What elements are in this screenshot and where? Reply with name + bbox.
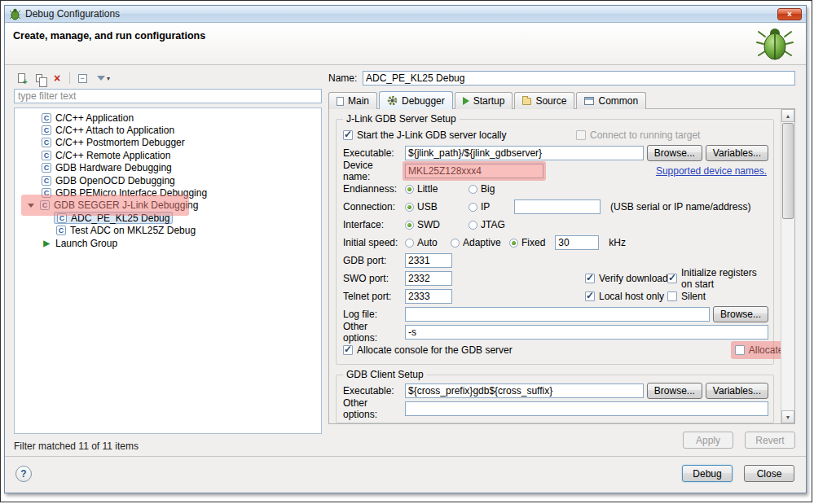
tree-item-test-adc-mkl25z-debug[interactable]: Test ADC on MKL25Z Debug: [15, 225, 321, 237]
tab-main[interactable]: Main: [328, 92, 377, 109]
client-executable-input[interactable]: [405, 383, 644, 398]
interface-swd-radio[interactable]: SWD: [405, 219, 465, 230]
tab-debugger[interactable]: Debugger: [379, 91, 453, 109]
dropdown-arrow-icon: ▾: [107, 75, 110, 82]
interface-jtag-radio[interactable]: JTAG: [469, 219, 505, 230]
connection-ip-radio[interactable]: IP: [469, 201, 511, 213]
tree-item-gdb-segger-jlink[interactable]: GDB SEGGER J-Link Debugging: [15, 199, 321, 212]
client-browse-button[interactable]: Browse...: [647, 383, 702, 399]
tree-item-label: C/C++ Application: [55, 112, 134, 124]
server-other-options-input[interactable]: [405, 325, 768, 340]
checkbox-label: Initialize registers on start: [681, 267, 768, 290]
speed-fixed-radio[interactable]: Fixed: [509, 237, 545, 248]
tab-source[interactable]: Source: [514, 92, 574, 109]
help-button[interactable]: ?: [15, 466, 32, 482]
log-file-input[interactable]: [405, 307, 710, 322]
expander-icon[interactable]: [28, 204, 34, 208]
titlebar[interactable]: Debug Configurations ×: [5, 6, 806, 23]
speed-adaptive-radio[interactable]: Adaptive: [451, 237, 506, 248]
c-icon: [42, 138, 51, 147]
scroll-down-button[interactable]: ▼: [781, 410, 794, 423]
scroll-up-button[interactable]: ▲: [781, 109, 794, 122]
connection-label: Connection:: [343, 201, 402, 213]
checkbox-checked-icon: [585, 274, 595, 283]
connection-address-input[interactable]: [514, 199, 601, 214]
init-registers-checkbox[interactable]: Initialize registers on start: [667, 267, 768, 290]
checkbox-checked-icon: [343, 130, 353, 140]
speed-value-input[interactable]: [555, 235, 599, 250]
server-browse-button[interactable]: Browse...: [647, 145, 702, 161]
debug-button[interactable]: Debug: [682, 465, 733, 482]
arrow-up-icon: ▲: [785, 113, 791, 119]
tree-item-cpp-attach[interactable]: C/C++ Attach to Application: [15, 124, 321, 136]
endian-little-radio[interactable]: Little: [405, 183, 465, 195]
launch-group-icon: [42, 239, 51, 248]
log-browse-button[interactable]: Browse...: [713, 306, 768, 322]
scrollbar-thumb[interactable]: [782, 123, 794, 219]
filter-input[interactable]: [14, 89, 322, 103]
tree-item-gdb-openocd[interactable]: GDB OpenOCD Debugging: [15, 174, 321, 186]
speed-unit-label: kHz: [609, 237, 626, 248]
silent-checkbox[interactable]: Silent: [667, 291, 706, 302]
verify-downloads-checkbox[interactable]: Verify downloads: [585, 273, 673, 284]
c-icon: [42, 125, 51, 135]
tree-item-launch-group[interactable]: Launch Group: [15, 237, 321, 249]
start-server-checkbox[interactable]: Start the J-Link GDB server locally: [343, 129, 506, 141]
tab-startup[interactable]: Startup: [455, 92, 513, 109]
speed-auto-radio[interactable]: Auto: [405, 237, 447, 248]
duplicate-launch-config-button[interactable]: [32, 71, 46, 85]
config-name-input[interactable]: [363, 71, 795, 85]
collapse-all-button[interactable]: −: [75, 71, 90, 85]
tree-item-label: C/C++ Postmortem Debugger: [55, 137, 185, 148]
radio-label: JTAG: [481, 219, 505, 230]
connect-running-checkbox[interactable]: Connect to running target: [576, 129, 700, 141]
tree-item-cpp-postmortem[interactable]: C/C++ Postmortem Debugger: [15, 137, 321, 149]
allocate-semihosting-checkbox[interactable]: Allocate console for semihosting and SWO: [735, 344, 781, 356]
tree-item-gdb-hardware[interactable]: GDB Hardware Debugging: [15, 162, 321, 174]
client-variables-button[interactable]: Variables...: [706, 383, 768, 399]
window-close-button[interactable]: ×: [777, 8, 802, 20]
device-name-input[interactable]: [405, 164, 543, 178]
new-launch-config-button[interactable]: [14, 71, 29, 85]
tree-item-gdb-pemicro[interactable]: GDB PEMicro Interface Debugging: [15, 186, 321, 199]
close-icon: ×: [787, 10, 792, 19]
tree-item-adc-pe-kl25-debug[interactable]: ADC_PE_KL25 Debug: [15, 212, 321, 224]
tree-item-label: Test ADC on MKL25Z Debug: [70, 225, 196, 236]
tab-common[interactable]: Common: [576, 92, 646, 109]
content-scrollbar[interactable]: ▲ ▼: [781, 109, 794, 423]
allocate-server-console-checkbox[interactable]: Allocate console for the GDB server: [343, 344, 513, 356]
swo-port-input[interactable]: [405, 271, 452, 286]
tree-item-label: Launch Group: [55, 238, 117, 249]
debugger-form-scrollpane: J-Link GDB Server Setup Start the J-Link…: [329, 109, 781, 423]
source-tab-icon: [522, 98, 531, 105]
local-host-only-checkbox[interactable]: Local host only: [585, 291, 664, 302]
telnet-port-input[interactable]: [405, 289, 452, 304]
server-other-options-label: Other options:: [343, 321, 402, 344]
server-executable-input[interactable]: [405, 146, 644, 160]
endian-big-radio[interactable]: Big: [469, 183, 495, 195]
radio-on-icon: [509, 239, 518, 248]
dialog-footer: ? Debug Close: [5, 456, 806, 493]
close-button[interactable]: Close: [744, 465, 794, 482]
connection-usb-radio[interactable]: USB: [405, 201, 465, 213]
server-variables-button[interactable]: Variables...: [706, 145, 768, 161]
filter-launch-configs-button[interactable]: ▾: [93, 71, 114, 85]
client-other-options-input[interactable]: [405, 401, 768, 416]
arrow-down-icon: ▼: [785, 414, 791, 420]
tree-item-cpp-remote[interactable]: C/C++ Remote Application: [15, 149, 321, 161]
tree-item-label: GDB SEGGER J-Link Debugging: [54, 199, 198, 211]
delete-launch-config-button[interactable]: ×: [50, 71, 64, 85]
dialog-header: Create, manage, and run configurations: [5, 23, 806, 65]
panel-sash[interactable]: [323, 70, 327, 452]
tree-item-cpp-application[interactable]: C/C++ Application: [15, 112, 321, 124]
gdb-port-input[interactable]: [405, 253, 452, 268]
tab-label: Main: [348, 95, 369, 107]
debugger-tab-content: J-Link GDB Server Setup Start the J-Link…: [328, 108, 795, 424]
radio-label: Fixed: [521, 237, 545, 248]
apply-button[interactable]: Apply: [683, 432, 733, 449]
radio-label: Big: [481, 183, 495, 195]
radio-label: IP: [481, 201, 490, 213]
supported-device-names-link[interactable]: Supported device names.: [656, 165, 767, 177]
initial-speed-label: Initial speed:: [343, 237, 402, 248]
revert-button[interactable]: Revert: [745, 432, 795, 449]
